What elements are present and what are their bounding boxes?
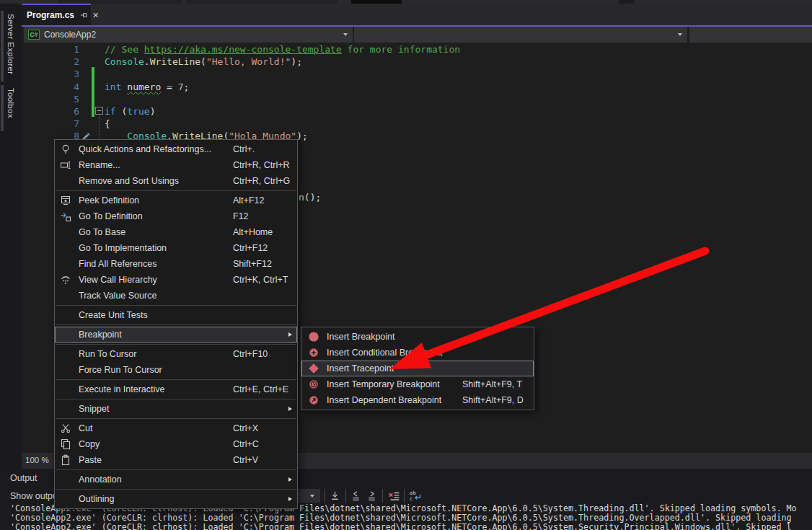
menu-item-label: Go To Definition [79,208,143,224]
empty-icon [60,242,71,254]
menu-item-breakpoint[interactable]: Breakpoint [55,327,297,343]
rename-icon [60,159,71,171]
vs-window: Server Explorer Toolbox Program.cs ✕ C# … [0,0,812,530]
empty-icon [60,309,71,321]
menu-item-quick-actions-and-refactorings[interactable]: Quick Actions and Refactorings...Ctrl+. [55,141,297,157]
chevron-down-icon [310,495,314,498]
sidebar-item-server-explorer[interactable]: Server Explorer [0,11,22,81]
menu-item-insert-dependent-breakpoint[interactable]: Insert Dependent BreakpointShift+Alt+F9,… [301,392,534,408]
code-line[interactable]: 4int numero = 7; [22,81,812,93]
menu-item-view-call-hierarchy[interactable]: View Call HierarchyCtrl+K, Ctrl+T [55,272,297,288]
code-line[interactable]: 3 [22,68,812,80]
menu-item-shortcut: Ctrl+. [233,141,255,157]
menu-item-track-value-source[interactable]: Track Value Source [55,288,297,304]
code-area[interactable]: 1// See https://aka.ms/new-console-templ… [22,43,812,143]
menu-item-shortcut: Alt+F12 [233,193,264,208]
code-line[interactable]: 1// See https://aka.ms/new-console-templ… [22,43,812,56]
toolbar-separator [404,489,405,503]
menu-item-peek-definition[interactable]: Peek DefinitionAlt+F12 [55,193,297,208]
menu-item-shortcut: Ctrl+F10 [233,346,268,362]
code-line[interactable]: 5 [22,93,812,105]
code-text: // See https://aka.ms/new-console-templa… [105,43,460,56]
menu-item-insert-conditional-breakpoint[interactable]: Insert Conditional Breakpoint [301,345,534,361]
menu-item-label: Execute in Interactive [79,381,165,397]
menu-item-remove-and-sort-usings[interactable]: Remove and Sort UsingsCtrl+R, Ctrl+G [55,173,297,189]
code-line[interactable]: 6if (true) [22,105,812,118]
submenu-arrow-icon [288,497,292,501]
menu-item-label: Quick Actions and Refactorings... [79,141,211,157]
sidebar-item-toolbox[interactable]: Toolbox [0,85,22,131]
clear-all-icon[interactable] [387,490,400,503]
menu-item-go-to-implementation[interactable]: Go To ImplementationCtrl+F12 [55,240,297,256]
menu-item-shortcut: Ctrl+F12 [233,240,268,256]
breakpoint-submenu: Insert BreakpointInsert Conditional Brea… [301,327,534,410]
project-dropdown[interactable]: C# ConsoleApp2 [24,27,353,43]
pin-icon[interactable] [79,11,88,19]
menu-item-label: Insert Conditional Breakpoint [327,345,443,361]
navigation-bar: C# ConsoleApp2 [22,27,812,43]
bp-temp-icon [308,379,319,390]
next-message-icon[interactable] [366,490,379,503]
empty-icon [60,329,71,340]
goto-end-icon[interactable] [329,490,342,503]
menu-item-find-all-references[interactable]: Find All ReferencesShift+F12 [55,256,297,272]
menu-item-insert-temporary-breakpoint[interactable]: Insert Temporary BreakpointShift+Alt+F9,… [301,376,534,392]
collapse-region-icon[interactable]: – [95,107,103,115]
code-line[interactable]: 2Console.WriteLine("Hello, World!"); [22,56,812,68]
editor-context-menu: Quick Actions and Refactorings...Ctrl+.R… [54,139,298,509]
line-number: 6 [22,105,79,118]
menu-item-label: Breakpoint [79,327,122,343]
word-wrap-icon[interactable]: ab c [409,490,425,503]
menu-item-run-to-cursor[interactable]: Run To CursorCtrl+F10 [55,346,297,362]
show-output-from-dropdown[interactable] [298,489,320,503]
peek-icon [60,195,71,206]
code-fragment: n(); [299,191,321,203]
menu-item-rename[interactable]: Rename...Ctrl+R, Ctrl+R [55,157,297,173]
menu-item-shortcut: Ctrl+E, Ctrl+E [233,381,288,397]
empty-icon [60,384,71,395]
menu-item-shortcut: Shift+Alt+F9, T [462,376,522,392]
sidebar-tab-indicator [1,85,4,131]
toolbar-separator [382,489,383,503]
csharp-icon: C# [28,30,40,40]
tab-title: Program.cs [27,10,74,20]
menu-item-force-run-to-cursor[interactable]: Force Run To Cursor [55,362,297,378]
member-dropdown[interactable] [689,27,812,43]
menu-item-label: Cut [79,420,92,436]
menu-item-execute-in-interactive[interactable]: Execute in InteractiveCtrl+E, Ctrl+E [55,381,297,397]
empty-icon [60,364,71,376]
tab-program-cs[interactable]: Program.cs ✕ [22,4,91,25]
menu-item-annotation[interactable]: Annotation [55,472,297,487]
menu-item-insert-breakpoint[interactable]: Insert Breakpoint [301,329,534,345]
type-dropdown[interactable] [354,27,687,43]
menu-item-label: Insert Dependent Breakpoint [327,392,441,408]
previous-message-icon[interactable] [350,490,363,503]
line-number: 5 [22,93,79,105]
svg-text:c: c [410,495,412,502]
empty-icon [60,348,71,360]
close-icon[interactable]: ✕ [92,12,99,19]
menu-item-copy[interactable]: CopyCtrl+C [55,436,297,452]
project-name: ConsoleApp2 [44,30,96,40]
zoom-level-dropdown[interactable]: 100 % [25,456,49,464]
menu-item-snippet[interactable]: Snippet [55,401,297,417]
menu-item-label: Insert Breakpoint [327,329,395,345]
code-text: if (true) [105,105,155,118]
menu-item-cut[interactable]: CutCtrl+X [55,420,297,436]
menu-item-outlining[interactable]: Outlining [55,491,297,507]
menu-item-label: Go To Implementation [79,240,167,256]
code-line[interactable]: 7{ [22,118,812,130]
menu-item-go-to-definition[interactable]: Go To DefinitionF12 [55,208,297,224]
menu-item-insert-tracepoint[interactable]: Insert Tracepoint [301,361,534,376]
document-tab-strip: Program.cs ✕ [22,4,812,25]
code-text: Console.WriteLine("Hello, World!"); [105,56,302,68]
indent-guide [99,115,100,139]
menu-item-create-unit-tests[interactable]: Create Unit Tests [55,307,297,323]
chevron-down-icon [678,33,682,36]
menu-item-label: Go To Base [79,224,125,240]
menu-item-shortcut: F12 [233,208,249,224]
menu-item-paste[interactable]: PasteCtrl+V [55,452,297,468]
lightbulb-icon [60,143,71,155]
menu-item-go-to-base[interactable]: Go To BaseAlt+Home [55,224,297,240]
menu-item-shortcut: Ctrl+R, Ctrl+R [233,157,289,173]
